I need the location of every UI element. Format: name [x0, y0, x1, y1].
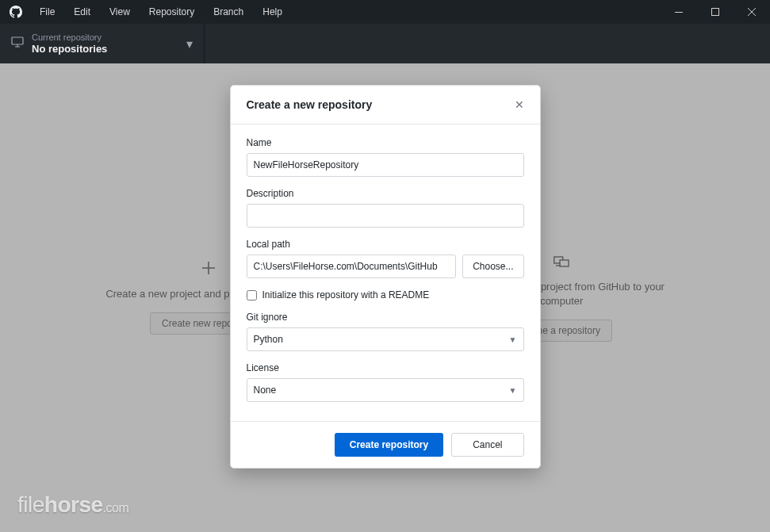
- svg-rect-2: [12, 37, 23, 44]
- menu-edit[interactable]: Edit: [64, 0, 100, 24]
- license-value: None: [254, 385, 277, 396]
- chevron-down-icon: ▼: [509, 335, 517, 344]
- modal-body: Name Description Local path Choose... In…: [231, 124, 540, 421]
- menu-branch[interactable]: Branch: [204, 0, 253, 24]
- repository-selector[interactable]: Current repository No repositories ▾: [0, 24, 205, 63]
- close-button[interactable]: [734, 0, 770, 24]
- name-label: Name: [247, 137, 524, 148]
- readme-label: Initialize this repository with a README: [262, 289, 430, 300]
- modal-footer: Create repository Cancel: [231, 421, 540, 468]
- create-repository-modal: Create a new repository ✕ Name Descripti…: [230, 85, 541, 469]
- menu-repository[interactable]: Repository: [140, 0, 204, 24]
- minimize-button[interactable]: [661, 0, 697, 24]
- readme-checkbox[interactable]: [247, 290, 257, 300]
- close-icon[interactable]: ✕: [515, 98, 524, 111]
- repository-selector-text: Current repository No repositories: [32, 32, 186, 55]
- local-path-input[interactable]: [247, 255, 457, 278]
- repository-selector-value: No repositories: [32, 43, 186, 55]
- gitignore-label: Git ignore: [247, 312, 524, 323]
- svg-rect-1: [712, 9, 719, 16]
- description-input[interactable]: [247, 204, 524, 228]
- desktop-icon: [11, 36, 24, 52]
- watermark: filehorse.com: [17, 492, 128, 518]
- repository-selector-label: Current repository: [32, 32, 186, 43]
- create-repository-button[interactable]: Create repository: [335, 433, 443, 457]
- gitignore-select[interactable]: Python ▼: [247, 327, 524, 351]
- cancel-button[interactable]: Cancel: [451, 433, 523, 457]
- titlebar: File Edit View Repository Branch Help: [0, 0, 770, 24]
- toolbar: Current repository No repositories ▾: [0, 24, 770, 63]
- svg-rect-0: [675, 12, 683, 13]
- menu-help[interactable]: Help: [253, 0, 292, 24]
- menu-file[interactable]: File: [30, 0, 64, 24]
- choose-button[interactable]: Choose...: [462, 255, 523, 278]
- description-label: Description: [247, 188, 524, 199]
- license-label: License: [247, 362, 524, 373]
- github-logo-icon: [10, 6, 22, 18]
- modal-header: Create a new repository ✕: [231, 86, 540, 124]
- window-controls: [661, 0, 770, 24]
- name-input[interactable]: [247, 153, 524, 177]
- maximize-button[interactable]: [697, 0, 734, 24]
- chevron-down-icon: ▼: [509, 386, 517, 395]
- menu-view[interactable]: View: [100, 0, 140, 24]
- gitignore-value: Python: [254, 334, 283, 345]
- license-select[interactable]: None ▼: [247, 378, 524, 402]
- local-path-label: Local path: [247, 239, 524, 250]
- chevron-down-icon: ▾: [186, 36, 193, 52]
- modal-title: Create a new repository: [247, 98, 515, 111]
